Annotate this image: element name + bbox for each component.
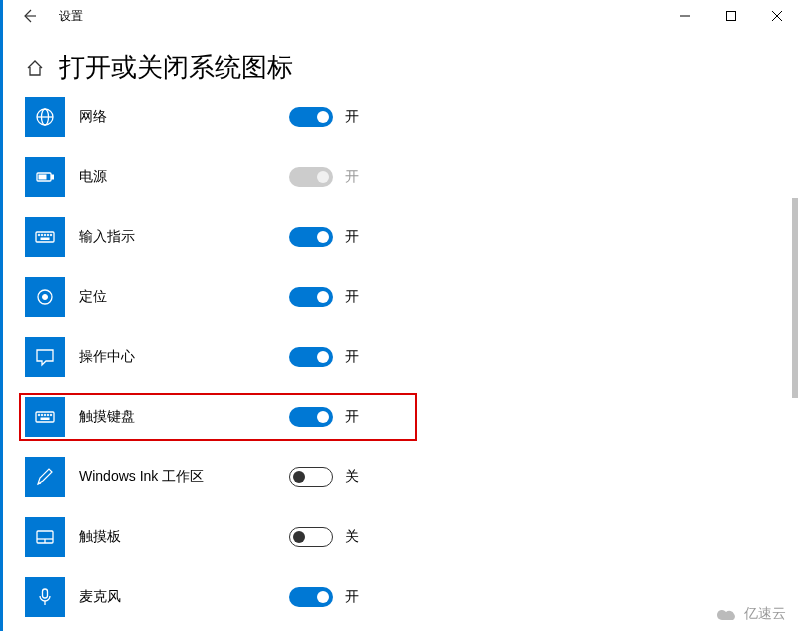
row-label: 触摸键盘 xyxy=(79,408,289,426)
toggle-network[interactable] xyxy=(289,107,333,127)
svg-point-24 xyxy=(50,414,52,416)
row-power: 电源 开 xyxy=(25,153,800,201)
row-touch-keyboard: 触摸键盘 开 xyxy=(19,393,417,441)
watermark-text: 亿速云 xyxy=(744,605,786,623)
svg-rect-10 xyxy=(36,232,54,242)
back-button[interactable] xyxy=(15,2,43,30)
row-input: 输入指示 开 xyxy=(25,213,800,261)
row-label: 定位 xyxy=(79,288,289,306)
power-icon xyxy=(25,157,65,197)
svg-rect-29 xyxy=(43,589,48,598)
state-text: 开 xyxy=(345,348,359,366)
svg-point-20 xyxy=(38,414,40,416)
svg-point-13 xyxy=(44,234,46,236)
toggle-touchpad[interactable] xyxy=(289,527,333,547)
state-text: 关 xyxy=(345,528,359,546)
svg-point-15 xyxy=(50,234,52,236)
row-label: 电源 xyxy=(79,168,289,186)
row-microphone: 麦克风 开 xyxy=(25,573,800,621)
svg-rect-8 xyxy=(52,175,54,179)
settings-list: 网络 开 电源 开 输入指示 开 定位 开 操作中心 开 xyxy=(3,93,800,621)
watermark: 亿速云 xyxy=(716,605,786,623)
row-label: 麦克风 xyxy=(79,588,289,606)
svg-rect-19 xyxy=(36,412,54,422)
svg-point-12 xyxy=(41,234,43,236)
window-title: 设置 xyxy=(59,8,83,25)
minimize-button[interactable] xyxy=(662,0,708,32)
toggle-windows-ink[interactable] xyxy=(289,467,333,487)
svg-point-21 xyxy=(41,414,43,416)
maximize-button[interactable] xyxy=(708,0,754,32)
svg-rect-25 xyxy=(41,418,49,420)
row-network: 网络 开 xyxy=(25,93,800,141)
state-text: 开 xyxy=(345,288,359,306)
toggle-touch-keyboard[interactable] xyxy=(289,407,333,427)
state-text: 开 xyxy=(345,108,359,126)
state-text: 开 xyxy=(345,588,359,606)
row-location: 定位 开 xyxy=(25,273,800,321)
scrollbar[interactable] xyxy=(792,198,798,398)
svg-point-23 xyxy=(47,414,49,416)
state-text: 开 xyxy=(345,168,359,186)
toggle-action-center[interactable] xyxy=(289,347,333,367)
row-label: 操作中心 xyxy=(79,348,289,366)
row-windows-ink: Windows Ink 工作区 关 xyxy=(25,453,800,501)
svg-point-18 xyxy=(43,295,48,300)
keyboard-icon xyxy=(25,217,65,257)
toggle-input[interactable] xyxy=(289,227,333,247)
toggle-location[interactable] xyxy=(289,287,333,307)
pen-icon xyxy=(25,457,65,497)
page-title: 打开或关闭系统图标 xyxy=(59,50,293,85)
microphone-icon xyxy=(25,577,65,617)
row-label: 触摸板 xyxy=(79,528,289,546)
row-action-center: 操作中心 开 xyxy=(25,333,800,381)
svg-point-11 xyxy=(38,234,40,236)
touch-keyboard-icon xyxy=(25,397,65,437)
svg-rect-9 xyxy=(39,175,46,179)
network-icon xyxy=(25,97,65,137)
state-text: 开 xyxy=(345,408,359,426)
svg-point-22 xyxy=(44,414,46,416)
row-label: Windows Ink 工作区 xyxy=(79,468,289,486)
location-icon xyxy=(25,277,65,317)
row-touchpad: 触摸板 关 xyxy=(25,513,800,561)
row-label: 输入指示 xyxy=(79,228,289,246)
home-icon[interactable] xyxy=(25,58,45,78)
row-label: 网络 xyxy=(79,108,289,126)
state-text: 开 xyxy=(345,228,359,246)
svg-rect-1 xyxy=(727,12,736,21)
state-text: 关 xyxy=(345,468,359,486)
svg-rect-16 xyxy=(41,238,49,240)
touchpad-icon xyxy=(25,517,65,557)
close-button[interactable] xyxy=(754,0,800,32)
toggle-microphone[interactable] xyxy=(289,587,333,607)
svg-point-14 xyxy=(47,234,49,236)
action-center-icon xyxy=(25,337,65,377)
toggle-power xyxy=(289,167,333,187)
